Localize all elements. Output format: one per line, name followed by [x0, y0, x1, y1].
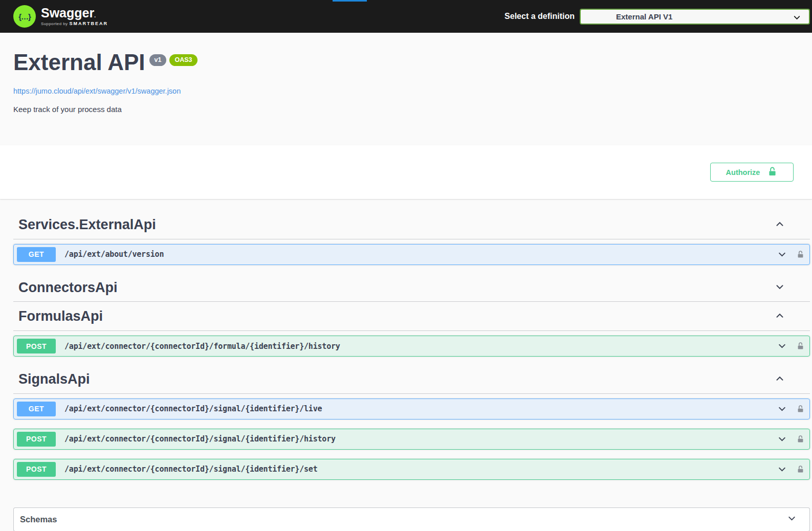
operations-container: Services.ExternalApi GET /api/ext/about/…	[0, 199, 812, 480]
section-operations: GET /api/ext/connector/{connectorId}/sig…	[13, 394, 810, 480]
operation-lock-button[interactable]	[796, 405, 805, 413]
section-title: SignalsApi	[18, 372, 90, 387]
top-loading-strip	[333, 0, 367, 2]
operation-row[interactable]: POST /api/ext/connector/{connectorId}/fo…	[13, 336, 810, 357]
authorize-button[interactable]: Authorize	[710, 163, 794, 182]
method-badge: GET	[17, 247, 56, 262]
chevron-up-icon	[774, 373, 785, 386]
schemas-title: Schemas	[20, 515, 57, 524]
expand-operation-button[interactable]	[777, 404, 787, 414]
topbar: {…} Swagger. Supported bySMARTBEAR Selec…	[0, 0, 812, 33]
method-badge: GET	[17, 402, 56, 416]
expand-operation-button[interactable]	[777, 341, 787, 351]
method-badge: POST	[17, 339, 56, 353]
expand-operation-button[interactable]	[777, 464, 787, 475]
operation-lock-button[interactable]	[796, 435, 805, 444]
swagger-logo-icon: {…}	[13, 5, 36, 28]
tag-header[interactable]: ConnectorsApi	[13, 274, 810, 302]
method-badge: POST	[17, 432, 56, 447]
logo-trademark-dot: .	[94, 13, 96, 18]
expand-operation-button[interactable]	[777, 434, 787, 445]
scheme-container: Authorize	[0, 145, 812, 199]
tag-section: ConnectorsApi	[13, 274, 810, 302]
logo-brackets-glyph: {…}	[18, 12, 31, 21]
schemas-toggle[interactable]: Schemas	[13, 507, 810, 531]
tag-header[interactable]: SignalsApi	[13, 366, 810, 394]
section-title: ConnectorsApi	[18, 280, 118, 296]
definition-select[interactable]: External API V1	[580, 9, 810, 25]
operation-row[interactable]: GET /api/ext/connector/{connectorId}/sig…	[13, 399, 810, 419]
operation-path: /api/ext/connector/{connectorId}/signal/…	[64, 434, 777, 444]
operation-path: /api/ext/connector/{connectorId}/signal/…	[64, 404, 777, 413]
expand-operation-button[interactable]	[777, 249, 787, 260]
operation-path: /api/ext/connector/{connectorId}/signal/…	[64, 464, 777, 474]
section-operations: POST /api/ext/connector/{connectorId}/fo…	[13, 331, 810, 357]
select-definition-label: Select a definition	[504, 12, 575, 21]
operation-path: /api/ext/connector/{connectorId}/formula…	[64, 342, 777, 351]
operation-row[interactable]: POST /api/ext/connector/{connectorId}/si…	[13, 459, 810, 480]
definition-select-value: External API V1	[616, 12, 672, 21]
operation-path: /api/ext/about/version	[64, 250, 777, 259]
tag-header[interactable]: Services.ExternalApi	[13, 211, 810, 239]
operation-lock-button[interactable]	[796, 250, 805, 259]
operation-lock-button[interactable]	[796, 465, 805, 474]
operation-lock-button[interactable]	[796, 342, 805, 350]
chevron-up-icon	[774, 218, 785, 232]
smartbear-brand: SMARTBEAR	[69, 21, 108, 26]
tag-section: Services.ExternalApi GET /api/ext/about/…	[13, 211, 810, 265]
method-badge: POST	[17, 462, 56, 477]
tag-section: FormulasApi POST /api/ext/connector/{con…	[13, 303, 810, 357]
operation-row[interactable]: POST /api/ext/connector/{connectorId}/si…	[13, 429, 810, 450]
section-title: FormulasApi	[18, 309, 103, 324]
chevron-up-icon	[774, 310, 785, 323]
chevron-down-icon	[786, 513, 797, 526]
logo-wordmark: Swagger.	[41, 7, 108, 19]
spec-url-link[interactable]: https://jumo.cloud/api/ext/swagger/v1/sw…	[13, 87, 181, 95]
api-info-section: External API v1 OAS3 https://jumo.cloud/…	[0, 33, 812, 145]
version-badge: v1	[149, 54, 167, 66]
page-title: External API	[13, 51, 145, 74]
swagger-logo[interactable]: {…} Swagger. Supported bySMARTBEAR	[13, 5, 108, 28]
section-operations: GET /api/ext/about/version	[13, 239, 810, 265]
unlock-icon	[767, 166, 778, 179]
operation-row[interactable]: GET /api/ext/about/version	[13, 244, 810, 265]
chevron-down-icon	[792, 13, 802, 25]
chevron-down-icon	[774, 281, 785, 295]
authorize-label: Authorize	[726, 168, 760, 176]
oas3-badge: OAS3	[169, 54, 197, 66]
supported-by-label: Supported bySMARTBEAR	[41, 21, 108, 26]
tag-section: SignalsApi GET /api/ext/connector/{conne…	[13, 366, 810, 480]
api-description: Keep track of your process data	[13, 105, 799, 145]
schemas-section: Schemas	[0, 489, 812, 531]
section-title: Services.ExternalApi	[18, 217, 156, 233]
tag-header[interactable]: FormulasApi	[13, 303, 810, 331]
